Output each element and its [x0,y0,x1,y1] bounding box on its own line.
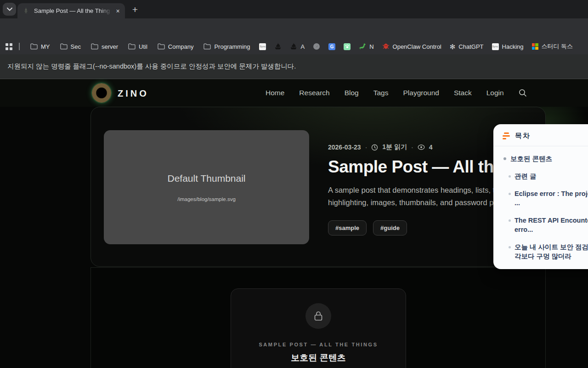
folder-icon [30,43,38,50]
bookmark-ship-a[interactable]: A [286,40,309,52]
toc-link[interactable]: ... [514,198,588,207]
new-tab-button[interactable]: + [129,4,141,16]
bookmarks-bar: MY Sec server Util Company Programming S… [0,39,588,54]
tab-title: Sample Post — All the Thing [34,7,113,14]
bookmark-folder-programming[interactable]: Programming [198,40,255,52]
bookmark-label: ChatGPT [458,43,483,50]
toc-link[interactable]: Eclipse error : The proje [514,189,588,198]
toc-link[interactable]: The REST API Encounte [514,216,588,225]
main-nav: Home Research Blog Tags Playground Stack… [266,79,527,107]
bookmark-label: A [300,43,305,50]
browser-toolbar: zino.kr/blog/sample-all-features 일시중지됨 업… [0,18,588,39]
bookmark-label: server [102,43,118,50]
post-thumbnail: Default Thumbnail /images/blog/sample.sv… [104,130,309,244]
tag-guide[interactable]: #guide [373,220,407,236]
bookmark-folder-sec[interactable]: Sec [55,40,86,52]
bookmark-chatgpt[interactable]: ✻ ChatGPT [446,40,488,52]
clock-icon [371,144,378,151]
toc-link[interactable]: 관련 글 [514,172,588,181]
bookmark-label: OpenClaw Control [393,43,441,50]
bookmark-label: Sec [71,43,81,50]
nav-playground[interactable]: Playground [403,89,439,97]
bookmark-study-docs[interactable]: 스터디 독스 [528,40,577,52]
bookmark-hacking[interactable]: Sync Hacking [488,40,528,52]
toc-panel: 목차 보호된 콘텐츠 관련 글 Eclipse error : The proj… [493,124,588,269]
folder-icon [204,43,211,50]
tab-close-button[interactable]: × [113,6,122,15]
post-hero: Default Thumbnail /images/blog/sample.sv… [90,107,546,267]
tab-strip: Sample Post — All the Thing × + [0,0,588,18]
toc-link[interactable]: 오늘 내 사이트 보안 점검해 [514,242,588,252]
globe-icon [313,43,320,50]
bullet-icon [509,246,511,248]
bullet-icon [509,175,511,178]
bookmark-paw[interactable] [339,40,355,52]
brand-name[interactable]: ZINO [118,88,149,99]
bookmark-label: Hacking [502,43,524,50]
bullet-icon [509,193,511,195]
protected-content-card: SAMPLE POST — ALL THE THINGS 보호된 콘텐츠 비밀번… [231,288,406,368]
bullet-icon [509,219,511,222]
bookmark-label: Programming [214,43,250,50]
bookmark-label: N [369,43,373,50]
microsoft-icon [532,43,538,50]
openai-icon: ✻ [450,43,456,50]
folder-icon [60,43,68,50]
dinosaur-icon [359,43,366,50]
list-icon [503,132,510,139]
nav-blog[interactable]: Blog [345,89,359,97]
protected-title: 보호된 콘텐츠 [231,352,406,364]
sync-icon: Sync [259,43,266,50]
chevron-down-icon [7,7,12,11]
ship-icon [274,43,282,50]
read-time: 1분 읽기 [382,143,407,151]
bookmark-dino[interactable]: N [355,40,378,52]
zino-logo[interactable] [92,83,111,103]
nav-research[interactable]: Research [299,89,329,97]
folder-icon [128,43,136,50]
nav-stack[interactable]: Stack [454,89,472,97]
paw-icon [344,43,351,50]
nav-tags[interactable]: Tags [373,89,389,97]
thumbnail-title: Default Thumbnail [167,173,245,184]
bookmark-label: 스터디 독스 [542,42,573,51]
toc-item[interactable]: 관련 글 [509,172,588,181]
meta-separator: · [365,144,368,151]
bookmark-sync[interactable]: Sync [255,40,270,52]
toc-list: 보호된 콘텐츠 관련 글 Eclipse error : The proje..… [493,146,588,261]
search-icon[interactable] [519,89,527,97]
bookmarks-divider [19,43,20,50]
site-header: ZINO Home Research Blog Tags Playground … [0,79,588,107]
bookmark-folder-company[interactable]: Company [153,40,199,52]
bookmark-folder-server[interactable]: server [86,40,123,52]
toc-item[interactable]: Eclipse error : The proje... [509,189,588,207]
bookmark-label: MY [41,43,50,50]
bookmark-globe[interactable] [309,40,324,52]
view-count: 4 [429,144,433,151]
bookmark-folder-util[interactable]: Util [123,40,153,52]
article-body: SAMPLE POST — ALL THE THINGS 보호된 콘텐츠 비밀번… [90,267,546,368]
apps-grid-icon[interactable] [6,43,12,50]
bookmark-ship[interactable] [270,40,286,52]
infobar-message: 지원되지 않는 명령줄 플래그(--no-sandbox)를 사용 중이므로 안… [7,62,296,71]
tag-sample[interactable]: #sample [328,220,367,236]
toc-item[interactable]: 보호된 콘텐츠 [503,154,588,163]
browser-tab[interactable]: Sample Post — All the Thing × [17,3,125,18]
toc-item[interactable]: The REST API Encounteerro... [509,216,588,234]
lock-icon [313,310,323,322]
toc-header: 목차 [493,124,588,146]
toc-link[interactable]: 보호된 콘텐츠 [510,154,588,163]
bookmark-folder-my[interactable]: MY [25,40,55,52]
bookmark-translate[interactable]: G [324,40,339,52]
toc-link[interactable]: 각보다 구멍 많더라 [514,252,588,261]
tab-search-button[interactable] [3,3,16,16]
nav-login[interactable]: Login [486,89,504,97]
bug-icon [382,43,390,50]
bookmark-openclaw[interactable]: OpenClaw Control [378,40,446,52]
bookmark-label: Util [139,43,147,50]
toc-item[interactable]: 오늘 내 사이트 보안 점검해각보다 구멍 많더라 [509,242,588,261]
sandbox-warning-infobar: 지원되지 않는 명령줄 플래그(--no-sandbox)를 사용 중이므로 안… [0,54,588,79]
nav-home[interactable]: Home [266,89,284,97]
folder-icon [158,43,165,50]
toc-link[interactable]: erro... [514,225,588,234]
